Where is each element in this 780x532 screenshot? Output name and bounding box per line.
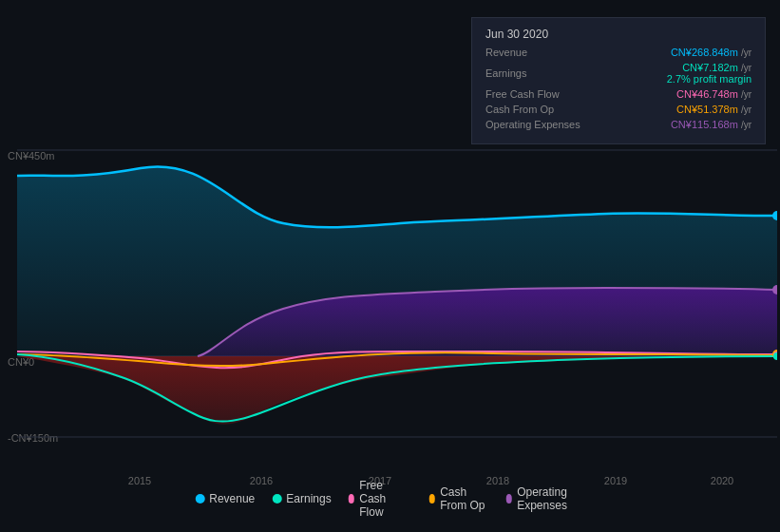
legend-opex-label: Operating Expenses [517, 485, 585, 512]
legend-earnings-label: Earnings [286, 492, 331, 505]
legend-fcf-dot [349, 494, 355, 504]
legend-cashop-dot [429, 494, 436, 504]
tooltip-box: Jun 30 2020 Revenue CN¥268.848m /yr Earn… [471, 17, 766, 144]
chart-svg [17, 147, 777, 456]
legend-earnings-dot [272, 494, 281, 504]
tooltip-cashop-row: Cash From Op CN¥51.378m /yr [485, 104, 751, 115]
chart-legend: Revenue Earnings Free Cash Flow Cash Fro… [195, 479, 585, 519]
tooltip-earnings-value: CN¥7.182m /yr [667, 62, 751, 73]
legend-opex-dot [506, 494, 513, 504]
legend-earnings[interactable]: Earnings [272, 492, 331, 505]
tooltip-revenue-value: CN¥268.848m /yr [671, 47, 751, 58]
tooltip-cashop-value: CN¥51.378m /yr [676, 104, 751, 115]
tooltip-revenue-row: Revenue CN¥268.848m /yr [485, 47, 751, 58]
tooltip-earnings-label: Earnings [485, 67, 580, 79]
legend-revenue-dot [195, 494, 204, 504]
legend-fcf-label: Free Cash Flow [359, 479, 411, 519]
legend-revenue[interactable]: Revenue [195, 492, 255, 505]
tooltip-cashop-label: Cash From Op [485, 104, 580, 115]
tooltip-fcf-row: Free Cash Flow CN¥46.748m /yr [485, 88, 751, 100]
earnings-area [17, 356, 777, 425]
tooltip-opex-label: Operating Expenses [485, 119, 580, 130]
x-label-2015: 2015 [128, 475, 151, 486]
x-label-2020: 2020 [711, 475, 733, 486]
tooltip-fcf-value: CN¥46.748m /yr [676, 88, 751, 100]
legend-cashop-label: Cash From Op [440, 485, 488, 512]
tooltip-earnings-row: Earnings CN¥7.182m /yr 2.7% profit margi… [485, 62, 751, 85]
legend-opex[interactable]: Operating Expenses [506, 485, 585, 512]
tooltip-fcf-label: Free Cash Flow [485, 88, 580, 100]
tooltip-opex-row: Operating Expenses CN¥115.168m /yr [485, 119, 751, 130]
x-label-2019: 2019 [604, 475, 627, 486]
legend-cashop[interactable]: Cash From Op [429, 485, 489, 512]
tooltip-title: Jun 30 2020 [485, 28, 751, 41]
chart-container: Jun 30 2020 Revenue CN¥268.848m /yr Earn… [0, 0, 780, 532]
tooltip-revenue-label: Revenue [485, 47, 580, 58]
legend-fcf[interactable]: Free Cash Flow [349, 479, 412, 519]
tooltip-profit-margin: 2.7% profit margin [667, 73, 751, 85]
tooltip-opex-value: CN¥115.168m /yr [671, 119, 751, 130]
legend-revenue-label: Revenue [209, 492, 255, 505]
